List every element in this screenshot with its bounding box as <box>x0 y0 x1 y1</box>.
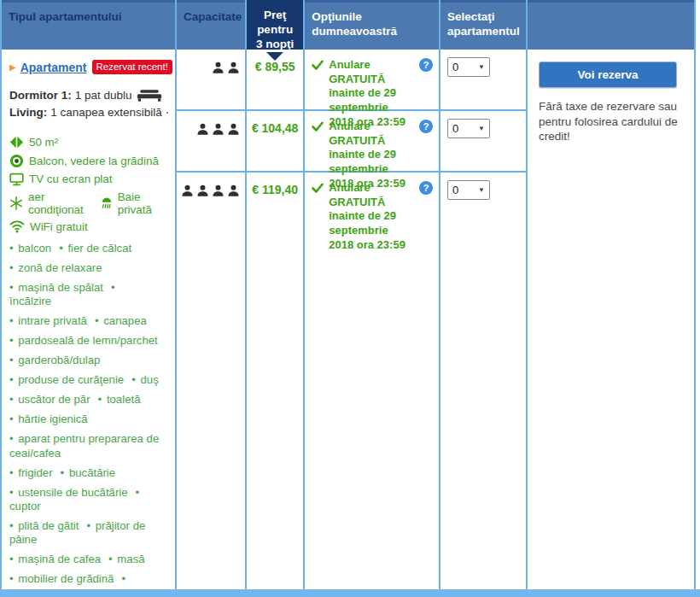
occupancy-select[interactable]: 0 ▼ <box>447 57 490 77</box>
facility-line: Balcon, vedere la grădină <box>9 154 168 168</box>
bedroom-line: Dormitor 1: 1 pat dublu <box>9 87 168 104</box>
double-bed-icon <box>137 89 162 102</box>
amenity-line: • pardoseală de lemn/parchet <box>9 334 168 348</box>
shower-icon <box>100 196 114 210</box>
bedroom-label: Dormitor 1: <box>9 87 72 104</box>
bullet-icon: • <box>9 572 16 585</box>
bullet-icon: • <box>131 373 138 386</box>
apartment-details-cell: ▶ Apartament Rezervat recent! Dormitor 1… <box>2 50 175 589</box>
price-cell-row3: € 119,40 <box>247 173 303 589</box>
amenity-item: • zonă de relaxare <box>9 261 102 274</box>
amenity-line: • aparat pentru prepararea de ceai/cafea <box>9 432 168 459</box>
wifi-icon <box>9 220 25 233</box>
checkmark-icon <box>312 121 324 132</box>
checkmark-icon <box>312 60 324 70</box>
bullet-icon: • <box>9 354 16 366</box>
bullet-icon: • <box>9 553 16 565</box>
amenity-line: • intrare privată• canapea <box>9 314 168 328</box>
snowflake-icon <box>9 196 23 210</box>
reserve-cell: Voi rezerva Fără taxe de rezervare sau p… <box>528 50 694 144</box>
person-icon <box>227 61 240 74</box>
bullet-icon: • <box>9 432 16 445</box>
column-apartment-type: Tipul apartamentului ▶ Apartament Rezerv… <box>2 0 177 589</box>
help-icon[interactable]: ? <box>419 120 433 133</box>
person-icon <box>227 123 240 136</box>
help-icon[interactable]: ? <box>419 181 433 195</box>
help-icon[interactable]: ? <box>419 58 433 72</box>
amenity-line: • plită de gătit• prăjitor de pâine <box>9 519 168 547</box>
facility-label: TV cu ecran plat <box>29 173 113 185</box>
amenity-line: • mobilier de grădină• prosoape <box>9 572 168 589</box>
room-availability-table: Tipul apartamentului ▶ Apartament Rezerv… <box>0 0 696 589</box>
bullet-icon: • <box>9 314 16 327</box>
person-icon <box>181 184 194 197</box>
apartment-link[interactable]: Apartament <box>20 61 87 74</box>
person-icon <box>227 184 240 197</box>
person-icon <box>212 61 225 74</box>
bullet-icon: • <box>9 373 16 386</box>
apartment-title-row: ▶ Apartament Rezervat recent! <box>9 60 168 74</box>
bullet-icon: • <box>9 242 16 255</box>
amenity-item: • aparat pentru prepararea de ceai/cafea <box>9 432 159 459</box>
top-facilities-list: 50 m² Balcon, vedere la grădină <box>9 135 168 233</box>
bullet-icon: • <box>86 519 93 532</box>
header-apartment-type: Tipul apartamentului <box>2 0 175 50</box>
amenity-line: • zonă de relaxare <box>9 261 168 275</box>
bullet-icon: • <box>59 242 66 255</box>
column-reserve: Voi rezerva Fără taxe de rezervare sau p… <box>528 0 694 589</box>
facility-label: 50 m² <box>29 136 58 149</box>
amenity-item: • bucătărie <box>61 466 116 479</box>
amenity-item: • masă <box>108 553 145 565</box>
option-cell-row1: Anulare GRATUITĂ înainte de 29 septembri… <box>305 50 439 111</box>
chevron-down-icon: ▼ <box>478 186 485 194</box>
header-select: Selectaţi apartamentul <box>440 0 526 50</box>
select-cell-row3: 0 ▼ <box>440 173 526 589</box>
amenity-item: • balcon <box>9 242 51 255</box>
checkmark-icon <box>312 183 324 193</box>
column-options: Opţiunile dumneavoastră Anulare GRATUITĂ… <box>305 0 440 589</box>
amenity-item: • mobilier de grădină <box>9 572 114 585</box>
bullet-icon: • <box>9 486 16 499</box>
amenity-line: • garderobă/dulap <box>9 354 168 367</box>
cancellation-text: Anulare GRATUITĂ înainte de 29 septembri… <box>329 181 415 252</box>
bullet-icon: • <box>108 553 115 565</box>
bullet-icon: • <box>9 281 16 294</box>
occupancy-select[interactable]: 0 ▼ <box>447 119 490 138</box>
facility-line: 50 m² <box>9 135 168 149</box>
facility-line: WiFi gratuit <box>9 220 168 233</box>
expand-arrow-icon: ▶ <box>9 62 16 72</box>
amenity-line: • uscător de păr• toaletă <box>9 393 168 407</box>
capacity-cell-row2 <box>177 111 245 173</box>
option-cell-row2: Anulare GRATUITĂ înainte de 29 septembri… <box>305 111 439 173</box>
select-value: 0 <box>452 61 458 73</box>
facility-label: aer condiţionat <box>28 190 91 216</box>
bullet-icon: • <box>111 281 115 294</box>
header-capacity: Capacitate <box>177 0 245 50</box>
reserve-button[interactable]: Voi rezerva <box>539 61 677 88</box>
bullet-icon: • <box>61 466 67 479</box>
size-icon <box>9 135 24 149</box>
amenity-line: • frigider• bucătărie <box>9 466 168 480</box>
amenity-item: • garderobă/dulap <box>9 354 100 366</box>
bullet-icon: • <box>121 572 125 585</box>
eye-icon <box>9 154 24 168</box>
bullet-icon: • <box>9 413 16 425</box>
occupancy-select[interactable]: 0 ▼ <box>447 180 490 200</box>
bullet-icon: • <box>98 393 105 406</box>
header-reserve-empty <box>528 0 694 50</box>
no-fees-note: Fără taxe de rezervare sau pentru folosi… <box>539 99 685 144</box>
header-options: Opţiunile dumneavoastră <box>305 0 439 50</box>
amenity-item: • uscător de păr <box>9 393 90 406</box>
bullet-icon: • <box>9 466 16 479</box>
chevron-down-icon: ▼ <box>478 63 485 71</box>
amenity-item: • mașină de cafea <box>9 553 101 565</box>
select-cell-row2: 0 ▼ <box>440 111 526 173</box>
bullet-icon: • <box>9 519 16 532</box>
capacity-cell-row1 <box>177 50 245 111</box>
facility-line: TV cu ecran plat <box>9 173 168 186</box>
amenity-item: • maşină de spălat <box>9 281 103 294</box>
person-icon <box>212 184 225 197</box>
tv-icon <box>9 173 24 186</box>
chevron-down-icon: ▼ <box>478 125 485 132</box>
bullet-icon: • <box>9 334 16 347</box>
